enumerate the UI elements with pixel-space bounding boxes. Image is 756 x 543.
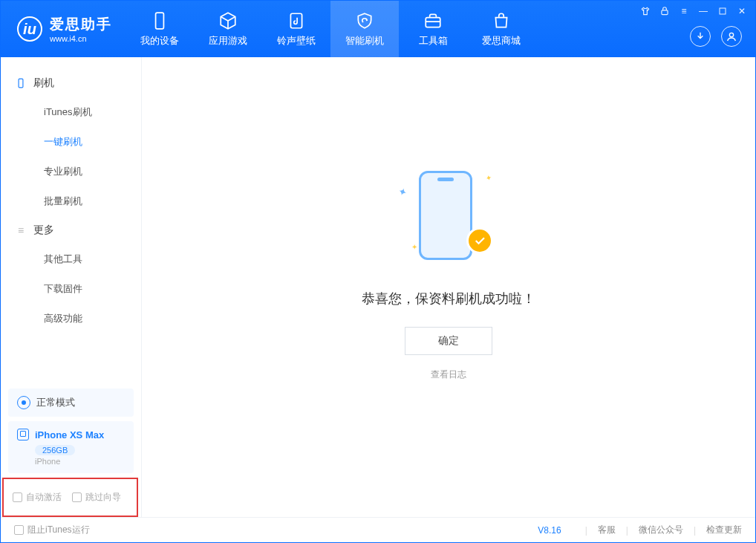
- block-itunes-checkbox[interactable]: 阻止iTunes运行: [14, 524, 90, 536]
- skip-guide-checkbox[interactable]: 跳过向导: [72, 491, 121, 504]
- bag-icon: [492, 11, 511, 30]
- checkbox-label: 跳过向导: [85, 491, 121, 504]
- success-text: 恭喜您，保资料刷机成功啦！: [362, 290, 535, 308]
- sidebar-section-more: ≡ 更多: [1, 216, 141, 244]
- sidebar-item-download-firmware[interactable]: 下载固件: [1, 274, 141, 304]
- svg-point-5: [729, 33, 733, 36]
- device-name: iPhone XS Max: [35, 429, 104, 440]
- device-box[interactable]: iPhone XS Max 256GB iPhone: [8, 421, 134, 473]
- tab-smart-flash[interactable]: 智能刷机: [330, 1, 399, 57]
- minimize-icon[interactable]: —: [697, 5, 709, 17]
- device-sub: iPhone: [35, 457, 125, 466]
- sidebar-item-batch-flash[interactable]: 批量刷机: [1, 186, 141, 216]
- sparkle-icon: ✦: [411, 243, 417, 251]
- sparkle-icon: ✦: [397, 184, 409, 198]
- separator: |: [694, 525, 696, 536]
- svg-rect-0: [156, 13, 164, 29]
- sparkle-icon: ✦: [485, 173, 493, 183]
- svg-rect-2: [426, 17, 440, 27]
- ok-button[interactable]: 确定: [405, 327, 492, 355]
- sidebar-item-other-tools[interactable]: 其他工具: [1, 244, 141, 274]
- svg-rect-6: [19, 79, 23, 88]
- header: iu 爱思助手 www.i4.cn 我的设备 应用游戏 铃声壁纸 智能刷机: [1, 1, 755, 57]
- download-icon[interactable]: [690, 26, 711, 47]
- svg-rect-4: [720, 8, 726, 14]
- tshirt-icon[interactable]: [639, 5, 651, 17]
- list-icon: ≡: [16, 225, 26, 235]
- window-controls: ≡ — ✕: [639, 5, 748, 17]
- header-tabs: 我的设备 应用游戏 铃声壁纸 智能刷机 工具箱 爱思商城: [126, 1, 535, 57]
- phone-graphic-icon: [419, 171, 472, 260]
- sidebar-item-itunes-flash[interactable]: iTunes刷机: [1, 97, 141, 127]
- tab-toolbox[interactable]: 工具箱: [399, 1, 467, 57]
- auto-activate-checkbox[interactable]: 自动激活: [13, 491, 62, 504]
- version-label: V8.16: [538, 525, 561, 536]
- view-log-link[interactable]: 查看日志: [431, 368, 466, 381]
- sidebar-item-oneclick-flash[interactable]: 一键刷机: [1, 127, 141, 157]
- device-icon: [17, 429, 29, 440]
- music-note-icon: [287, 11, 306, 30]
- app-url: www.i4.cn: [50, 34, 112, 43]
- checkbox-icon: [13, 492, 22, 502]
- sidebar: 刷机 iTunes刷机 一键刷机 专业刷机 批量刷机 ≡ 更多 其他工具 下载固…: [1, 57, 142, 517]
- check-update-link[interactable]: 检查更新: [706, 524, 742, 536]
- maximize-icon[interactable]: [717, 5, 729, 17]
- app-name: 爱思助手: [50, 15, 112, 34]
- mode-box[interactable]: 正常模式: [8, 388, 134, 417]
- logo-block: iu 爱思助手 www.i4.cn: [1, 15, 126, 43]
- app-window: iu 爱思助手 www.i4.cn 我的设备 应用游戏 铃声壁纸 智能刷机: [0, 0, 756, 543]
- tab-label: 我的设备: [140, 34, 179, 48]
- success-graphic: ✦ ✦ ✦: [397, 163, 501, 267]
- checkmark-badge-icon: [466, 227, 493, 254]
- main-content: ✦ ✦ ✦ 恭喜您，保资料刷机成功啦！ 确定 查看日志: [142, 57, 755, 517]
- tab-label: 应用游戏: [209, 34, 247, 48]
- tab-store[interactable]: 爱思商城: [467, 1, 535, 57]
- logo-icon: iu: [17, 16, 42, 42]
- wechat-link[interactable]: 微信公众号: [639, 524, 683, 536]
- phone-icon: [150, 11, 169, 30]
- toolbox-icon: [423, 11, 443, 30]
- separator: |: [585, 525, 587, 536]
- kefu-link[interactable]: 客服: [598, 524, 616, 536]
- tab-ringtone-wallpaper[interactable]: 铃声壁纸: [262, 1, 330, 57]
- tab-apps-games[interactable]: 应用游戏: [194, 1, 262, 57]
- sidebar-bottom: 正常模式 iPhone XS Max 256GB iPhone 自动激活: [1, 384, 141, 517]
- phone-small-icon: [16, 78, 26, 88]
- checkbox-label: 阻止iTunes运行: [27, 524, 90, 536]
- header-account-icons: [690, 26, 742, 47]
- tab-label: 爱思商城: [482, 34, 521, 48]
- options-row: 自动激活 跳过向导: [2, 478, 138, 517]
- sidebar-section-flash: 刷机: [1, 69, 141, 97]
- tab-label: 智能刷机: [345, 34, 384, 48]
- tab-label: 工具箱: [419, 34, 448, 48]
- cube-icon: [218, 11, 238, 30]
- user-icon[interactable]: [721, 26, 742, 47]
- checkbox-label: 自动激活: [26, 491, 62, 504]
- tab-label: 铃声壁纸: [277, 34, 316, 48]
- svg-rect-3: [662, 10, 668, 15]
- checkbox-icon: [72, 492, 82, 502]
- mode-normal-icon: [17, 396, 30, 409]
- menu-icon[interactable]: ≡: [678, 5, 690, 17]
- checkbox-icon: [14, 525, 24, 535]
- separator: |: [626, 525, 628, 536]
- sidebar-item-pro-flash[interactable]: 专业刷机: [1, 157, 141, 186]
- sidebar-item-advanced[interactable]: 高级功能: [1, 304, 141, 334]
- lock-icon[interactable]: [659, 5, 671, 17]
- sidebar-section-label: 更多: [33, 224, 54, 237]
- body: 刷机 iTunes刷机 一键刷机 专业刷机 批量刷机 ≡ 更多 其他工具 下载固…: [1, 57, 755, 517]
- close-icon[interactable]: ✕: [736, 5, 748, 17]
- tab-my-device[interactable]: 我的设备: [126, 1, 194, 57]
- device-capacity: 256GB: [35, 445, 75, 455]
- mode-label: 正常模式: [36, 396, 75, 409]
- refresh-shield-icon: [355, 11, 374, 30]
- sidebar-section-label: 刷机: [33, 77, 54, 90]
- footer: 阻止iTunes运行 V8.16 | 客服 | 微信公众号 | 检查更新: [1, 517, 755, 542]
- svg-rect-1: [290, 13, 302, 28]
